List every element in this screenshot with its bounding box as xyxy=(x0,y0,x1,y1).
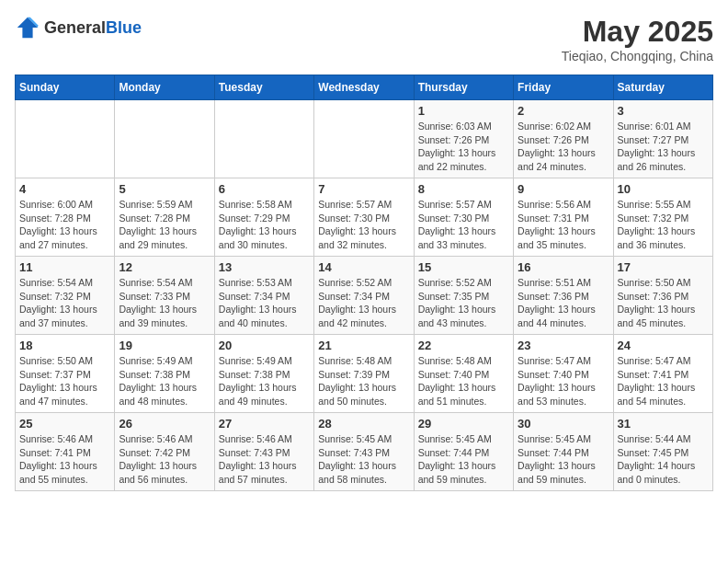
day-number: 12 xyxy=(119,260,210,274)
week-row-2: 4Sunrise: 6:00 AM Sunset: 7:28 PM Daylig… xyxy=(16,178,713,257)
day-cell: 19Sunrise: 5:49 AM Sunset: 7:38 PM Dayli… xyxy=(115,335,214,413)
day-number: 19 xyxy=(119,339,210,352)
day-number: 1 xyxy=(418,104,509,118)
day-cell: 15Sunrise: 5:52 AM Sunset: 7:35 PM Dayli… xyxy=(414,257,513,335)
day-cell: 29Sunrise: 5:45 AM Sunset: 7:44 PM Dayli… xyxy=(414,413,513,491)
day-number: 22 xyxy=(418,339,509,352)
day-cell: 16Sunrise: 5:51 AM Sunset: 7:36 PM Dayli… xyxy=(514,257,613,335)
day-cell: 14Sunrise: 5:52 AM Sunset: 7:34 PM Dayli… xyxy=(314,257,414,335)
day-number: 4 xyxy=(19,182,110,196)
day-info: Sunrise: 5:45 AM Sunset: 7:44 PM Dayligh… xyxy=(418,432,509,487)
day-info: Sunrise: 5:56 AM Sunset: 7:31 PM Dayligh… xyxy=(518,198,609,252)
day-number: 3 xyxy=(618,104,709,118)
day-info: Sunrise: 5:58 AM Sunset: 7:29 PM Dayligh… xyxy=(219,198,310,252)
week-row-3: 11Sunrise: 5:54 AM Sunset: 7:32 PM Dayli… xyxy=(16,257,713,335)
day-cell: 25Sunrise: 5:46 AM Sunset: 7:41 PM Dayli… xyxy=(16,413,115,491)
day-cell: 13Sunrise: 5:53 AM Sunset: 7:34 PM Dayli… xyxy=(214,257,313,335)
day-info: Sunrise: 5:53 AM Sunset: 7:34 PM Dayligh… xyxy=(219,276,310,330)
day-cell: 24Sunrise: 5:47 AM Sunset: 7:41 PM Dayli… xyxy=(613,335,712,413)
day-number: 30 xyxy=(518,417,609,431)
day-info: Sunrise: 5:52 AM Sunset: 7:35 PM Dayligh… xyxy=(418,276,509,330)
day-info: Sunrise: 5:54 AM Sunset: 7:32 PM Dayligh… xyxy=(19,276,110,330)
weekday-header-thursday: Thursday xyxy=(414,75,513,100)
day-number: 17 xyxy=(618,260,709,274)
day-info: Sunrise: 6:02 AM Sunset: 7:26 PM Dayligh… xyxy=(518,120,609,174)
day-info: Sunrise: 5:47 AM Sunset: 7:41 PM Dayligh… xyxy=(618,354,709,408)
day-cell: 18Sunrise: 5:50 AM Sunset: 7:37 PM Dayli… xyxy=(16,335,115,413)
day-cell: 2Sunrise: 6:02 AM Sunset: 7:26 PM Daylig… xyxy=(514,100,613,178)
day-info: Sunrise: 5:50 AM Sunset: 7:36 PM Dayligh… xyxy=(618,276,709,330)
day-cell: 28Sunrise: 5:45 AM Sunset: 7:43 PM Dayli… xyxy=(314,413,414,491)
day-info: Sunrise: 5:54 AM Sunset: 7:33 PM Dayligh… xyxy=(119,276,210,330)
day-cell: 1Sunrise: 6:03 AM Sunset: 7:26 PM Daylig… xyxy=(414,100,513,178)
logo-icon xyxy=(15,15,40,40)
day-cell: 20Sunrise: 5:49 AM Sunset: 7:38 PM Dayli… xyxy=(214,335,313,413)
day-info: Sunrise: 5:45 AM Sunset: 7:44 PM Dayligh… xyxy=(518,432,609,487)
day-cell xyxy=(16,100,115,178)
day-number: 23 xyxy=(518,339,609,352)
day-number: 31 xyxy=(618,417,709,431)
day-cell: 23Sunrise: 5:47 AM Sunset: 7:40 PM Dayli… xyxy=(514,335,613,413)
day-cell: 7Sunrise: 5:57 AM Sunset: 7:30 PM Daylig… xyxy=(314,178,414,257)
day-number: 5 xyxy=(119,182,210,196)
title-block: May 2025 Tieqiao, Chongqing, China xyxy=(562,15,713,63)
day-info: Sunrise: 5:57 AM Sunset: 7:30 PM Dayligh… xyxy=(318,198,409,252)
day-number: 7 xyxy=(318,182,409,196)
day-cell: 31Sunrise: 5:44 AM Sunset: 7:45 PM Dayli… xyxy=(613,413,712,491)
day-number: 15 xyxy=(418,260,509,274)
day-cell xyxy=(314,100,414,178)
logo-general: General xyxy=(44,18,106,37)
day-cell: 12Sunrise: 5:54 AM Sunset: 7:33 PM Dayli… xyxy=(115,257,214,335)
day-cell: 30Sunrise: 5:45 AM Sunset: 7:44 PM Dayli… xyxy=(514,413,613,491)
day-info: Sunrise: 6:01 AM Sunset: 7:27 PM Dayligh… xyxy=(618,120,709,174)
day-info: Sunrise: 5:49 AM Sunset: 7:38 PM Dayligh… xyxy=(219,354,310,408)
day-info: Sunrise: 6:00 AM Sunset: 7:28 PM Dayligh… xyxy=(19,198,110,252)
day-number: 11 xyxy=(19,260,110,274)
day-number: 14 xyxy=(318,260,409,274)
day-cell: 6Sunrise: 5:58 AM Sunset: 7:29 PM Daylig… xyxy=(214,178,313,257)
day-number: 16 xyxy=(518,260,609,274)
day-info: Sunrise: 5:55 AM Sunset: 7:32 PM Dayligh… xyxy=(618,198,709,252)
day-info: Sunrise: 5:57 AM Sunset: 7:30 PM Dayligh… xyxy=(418,198,509,252)
day-info: Sunrise: 5:50 AM Sunset: 7:37 PM Dayligh… xyxy=(19,354,110,408)
day-info: Sunrise: 5:46 AM Sunset: 7:41 PM Dayligh… xyxy=(19,432,110,487)
day-number: 26 xyxy=(119,417,210,431)
day-number: 8 xyxy=(418,182,509,196)
week-row-4: 18Sunrise: 5:50 AM Sunset: 7:37 PM Dayli… xyxy=(16,335,713,413)
day-info: Sunrise: 5:46 AM Sunset: 7:42 PM Dayligh… xyxy=(119,432,210,487)
calendar-table: SundayMondayTuesdayWednesdayThursdayFrid… xyxy=(15,75,713,491)
week-row-1: 1Sunrise: 6:03 AM Sunset: 7:26 PM Daylig… xyxy=(16,100,713,178)
page-header: GeneralBlue May 2025 Tieqiao, Chongqing,… xyxy=(15,15,713,63)
day-number: 18 xyxy=(19,339,110,352)
month-year: May 2025 xyxy=(562,15,713,49)
svg-marker-0 xyxy=(17,17,38,38)
day-number: 13 xyxy=(219,260,310,274)
day-number: 21 xyxy=(318,339,409,352)
day-number: 2 xyxy=(518,104,609,118)
day-info: Sunrise: 5:49 AM Sunset: 7:38 PM Dayligh… xyxy=(119,354,210,408)
weekday-header-saturday: Saturday xyxy=(613,75,712,100)
weekday-header-row: SundayMondayTuesdayWednesdayThursdayFrid… xyxy=(16,75,713,100)
day-info: Sunrise: 6:03 AM Sunset: 7:26 PM Dayligh… xyxy=(418,120,509,174)
day-info: Sunrise: 5:45 AM Sunset: 7:43 PM Dayligh… xyxy=(318,432,409,487)
day-number: 25 xyxy=(19,417,110,431)
day-cell xyxy=(115,100,214,178)
logo-blue: Blue xyxy=(106,18,142,37)
weekday-header-friday: Friday xyxy=(514,75,613,100)
logo: GeneralBlue xyxy=(15,15,142,40)
day-cell: 8Sunrise: 5:57 AM Sunset: 7:30 PM Daylig… xyxy=(414,178,513,257)
location: Tieqiao, Chongqing, China xyxy=(562,49,713,63)
day-cell: 9Sunrise: 5:56 AM Sunset: 7:31 PM Daylig… xyxy=(514,178,613,257)
day-info: Sunrise: 5:52 AM Sunset: 7:34 PM Dayligh… xyxy=(318,276,409,330)
day-cell xyxy=(214,100,313,178)
day-cell: 10Sunrise: 5:55 AM Sunset: 7:32 PM Dayli… xyxy=(613,178,712,257)
day-cell: 21Sunrise: 5:48 AM Sunset: 7:39 PM Dayli… xyxy=(314,335,414,413)
weekday-header-monday: Monday xyxy=(115,75,214,100)
day-number: 27 xyxy=(219,417,310,431)
weekday-header-wednesday: Wednesday xyxy=(314,75,414,100)
day-cell: 3Sunrise: 6:01 AM Sunset: 7:27 PM Daylig… xyxy=(613,100,712,178)
day-number: 10 xyxy=(618,182,709,196)
day-cell: 26Sunrise: 5:46 AM Sunset: 7:42 PM Dayli… xyxy=(115,413,214,491)
day-number: 9 xyxy=(518,182,609,196)
weekday-header-tuesday: Tuesday xyxy=(214,75,313,100)
